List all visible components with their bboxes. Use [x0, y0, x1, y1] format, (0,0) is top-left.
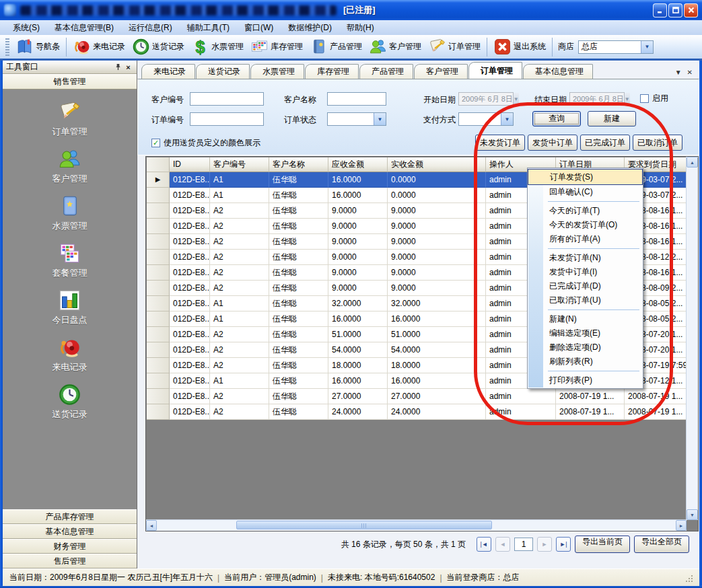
- column-header-3[interactable]: 应收金额: [328, 157, 388, 172]
- cell[interactable]: 012D-E8...: [170, 234, 210, 250]
- menubar-item-basic-info-mgmt[interactable]: 基本信息管理(B): [47, 20, 121, 35]
- row-selector[interactable]: [147, 404, 170, 420]
- cell[interactable]: 伍华聪: [269, 311, 328, 327]
- cell[interactable]: 2008-07-19 1...: [625, 404, 687, 420]
- tab-water-tickets[interactable]: 水票管理: [250, 64, 304, 79]
- cell[interactable]: 伍华聪: [269, 404, 328, 420]
- cell[interactable]: 16.0000: [328, 373, 388, 389]
- cell[interactable]: 9.0000: [328, 219, 388, 234]
- cell[interactable]: admin: [486, 404, 556, 420]
- cell[interactable]: 伍华聪: [269, 265, 328, 281]
- scroll-up-icon[interactable]: ▲: [687, 157, 698, 168]
- sidebar-item-incoming-calls[interactable]: 来电记录: [3, 336, 137, 373]
- tab-basic-info[interactable]: 基本信息管理: [523, 64, 593, 79]
- row-selector[interactable]: [147, 281, 170, 296]
- context-menu-item-todays-shipped-orders[interactable]: 今天的发货订单(O): [528, 218, 643, 232]
- cell[interactable]: 伍华聪: [269, 327, 328, 342]
- menubar-item-runtime-info[interactable]: 运行信息(R): [121, 20, 180, 35]
- close-panel-icon[interactable]: ×: [123, 62, 133, 72]
- cell[interactable]: 9.0000: [328, 265, 388, 281]
- context-menu-item-completed-orders[interactable]: 已完成订单(D): [528, 279, 643, 293]
- cell[interactable]: 0.0000: [388, 188, 486, 203]
- scroll-right-icon[interactable]: ►: [676, 520, 687, 531]
- cell[interactable]: 012D-E8...: [170, 203, 210, 219]
- cell[interactable]: 012D-E8...: [170, 358, 210, 373]
- row-selector[interactable]: [147, 203, 170, 219]
- context-menu-item-todays-orders[interactable]: 今天的订单(T): [528, 204, 643, 218]
- cell[interactable]: A2: [210, 281, 269, 296]
- cell[interactable]: A2: [210, 203, 269, 219]
- row-selector[interactable]: [147, 389, 170, 404]
- row-selector[interactable]: [147, 373, 170, 389]
- cell[interactable]: 012D-E8...: [170, 404, 210, 420]
- toolbar-button-exit[interactable]: 退出系统: [490, 36, 549, 57]
- end-date-picker[interactable]: 2009年 6月 8日 ▼: [569, 92, 625, 106]
- cell[interactable]: 9.0000: [328, 234, 388, 250]
- tab-orders[interactable]: 订单管理: [468, 62, 522, 79]
- filter-button-shipping[interactable]: 发货中订单: [528, 135, 577, 151]
- cell[interactable]: A2: [210, 234, 269, 250]
- cell[interactable]: 32.0000: [328, 296, 388, 311]
- prev-page-button[interactable]: ◄: [495, 537, 510, 552]
- tab-customers[interactable]: 客户管理: [414, 64, 468, 79]
- tab-inventory[interactable]: 库存管理: [305, 64, 359, 79]
- cell[interactable]: 2008-07-19 1...: [556, 389, 625, 404]
- toolbar-button-orders[interactable]: 订单管理: [425, 36, 484, 57]
- last-page-button[interactable]: ►|: [556, 537, 571, 552]
- cell[interactable]: 27.0000: [388, 389, 486, 404]
- cell[interactable]: 18.0000: [388, 358, 486, 373]
- cust-name-input[interactable]: [327, 92, 386, 106]
- cell[interactable]: 16.0000: [328, 311, 388, 327]
- cell[interactable]: A1: [210, 188, 269, 203]
- cell[interactable]: 9.0000: [328, 281, 388, 296]
- horizontal-scrollbar[interactable]: ◄ ►: [146, 519, 687, 531]
- row-selector[interactable]: [147, 342, 170, 358]
- toolbar-button-incoming-calls[interactable]: 来电记录: [69, 36, 129, 57]
- sidebar-item-orders[interactable]: 订单管理: [3, 100, 137, 138]
- shop-select[interactable]: 总店▼: [578, 40, 654, 54]
- cell[interactable]: admin: [486, 389, 556, 404]
- first-page-button[interactable]: |◄: [477, 537, 491, 552]
- context-menu-item-print-list[interactable]: 打印列表(P): [528, 373, 643, 388]
- menubar-item-data-maintenance[interactable]: 数据维护(D): [281, 20, 339, 35]
- scrollbar-thumb[interactable]: [236, 521, 492, 529]
- enable-checkbox[interactable]: [640, 94, 649, 103]
- cell[interactable]: A2: [210, 219, 269, 234]
- cell[interactable]: A2: [210, 342, 269, 358]
- toolbar-button-inventory[interactable]: 库存管理: [247, 36, 306, 57]
- cell[interactable]: 18.0000: [328, 358, 388, 373]
- cell[interactable]: 伍华聪: [269, 342, 328, 358]
- minimize-button[interactable]: [653, 3, 667, 17]
- cell[interactable]: 伍华聪: [269, 219, 328, 234]
- tab-products[interactable]: 产品管理: [359, 64, 413, 79]
- cell[interactable]: 9.0000: [328, 203, 388, 219]
- tab-incoming-calls[interactable]: 来电记录: [141, 64, 195, 79]
- cell[interactable]: A1: [210, 311, 269, 327]
- cell[interactable]: A2: [210, 389, 269, 404]
- cell[interactable]: 9.0000: [388, 234, 486, 250]
- toolbar-button-products[interactable]: 产品管理: [306, 36, 365, 57]
- filter-button-cancelled[interactable]: 已取消订单: [633, 135, 682, 151]
- context-menu-item-delete-selected[interactable]: 删除选定项(D): [528, 340, 643, 355]
- cell[interactable]: 伍华聪: [269, 389, 328, 404]
- cell[interactable]: 012D-E8...: [170, 188, 210, 203]
- cell[interactable]: 9.0000: [388, 265, 486, 281]
- sidebar-item-delivery-records[interactable]: 送货记录: [3, 383, 137, 420]
- cell[interactable]: A2: [210, 265, 269, 281]
- tab-list-dropdown-icon[interactable]: ▼: [675, 69, 682, 76]
- new-button[interactable]: 新建: [588, 111, 636, 126]
- cell[interactable]: 012D-E8...: [170, 327, 210, 342]
- cell[interactable]: 012D-E8...: [170, 311, 210, 327]
- cell[interactable]: 伍华聪: [269, 172, 328, 188]
- cell[interactable]: 9.0000: [388, 250, 486, 265]
- scroll-down-icon[interactable]: ▼: [687, 509, 698, 520]
- row-selector[interactable]: [147, 327, 170, 342]
- cell[interactable]: 012D-E8...: [170, 389, 210, 404]
- cell[interactable]: 伍华聪: [269, 373, 328, 389]
- vertical-scrollbar[interactable]: ▲ ▼: [686, 157, 698, 520]
- toolbar-button-water-tickets[interactable]: $水票管理: [188, 36, 247, 57]
- sidebar-section-after-sales-mgmt[interactable]: 售后管理: [3, 554, 137, 568]
- order-no-input[interactable]: [190, 112, 264, 126]
- enable-date-filter[interactable]: 启用: [640, 93, 668, 104]
- column-header-0[interactable]: ID: [170, 157, 210, 172]
